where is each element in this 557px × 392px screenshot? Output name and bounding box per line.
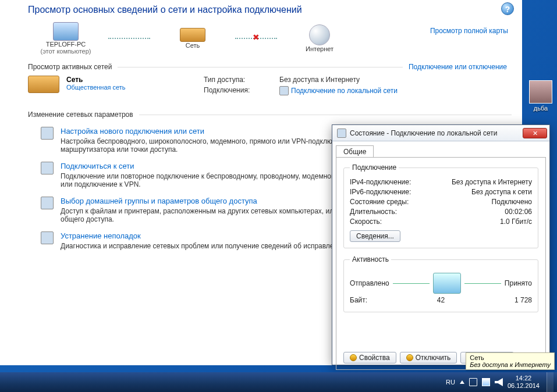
connection-link-label: Подключение по локальной сети (291, 87, 398, 95)
network-map: TEPLOFF-PC (этот компьютер) Сеть Интерне… (28, 22, 512, 55)
task-icon (41, 197, 54, 209)
received-label: Принято (505, 279, 532, 287)
speed-value: 1.0 Гбит/с (500, 218, 532, 226)
ipv6-label: IPv6-подключение: (350, 188, 411, 196)
globe-icon (309, 24, 330, 45)
full-map-link[interactable]: Просмотр полной карты (430, 27, 508, 35)
tray-chevron-icon[interactable] (460, 380, 464, 384)
adapter-icon (337, 129, 346, 138)
page-title: Просмотр основных сведений о сети и наст… (28, 5, 512, 15)
system-tray (460, 378, 503, 386)
network-tray-icon[interactable] (482, 378, 490, 386)
connect-disconnect-link[interactable]: Подключение или отключение (409, 63, 512, 71)
duration-value: 00:02:06 (505, 208, 532, 216)
bytes-received-value: 1 728 (515, 296, 532, 304)
language-indicator[interactable]: RU (441, 379, 460, 386)
tab-strip: Общие (332, 141, 549, 157)
active-networks-heading: Просмотр активных сетей (28, 63, 112, 71)
task-description: Диагностика и исправление сетевых пробле… (61, 242, 347, 250)
help-icon[interactable]: ? (501, 2, 514, 15)
ipv4-label: IPv4-подключение: (350, 178, 411, 186)
details-button[interactable]: Сведения... (350, 230, 400, 242)
map-node-internet-label: Интернет (306, 45, 334, 52)
bench-icon (28, 76, 59, 93)
volume-icon[interactable] (495, 378, 503, 386)
disable-button[interactable]: Отключить (400, 352, 457, 364)
task-title[interactable]: Устранение неполадок (61, 231, 347, 240)
dialog-title: Состояние - Подключение по локальной сет… (350, 129, 498, 137)
change-settings-heading: Изменение сетевых параметров (28, 111, 133, 119)
speed-label: Скорость: (350, 218, 382, 226)
properties-button[interactable]: Свойства (343, 352, 396, 364)
shield-icon (406, 354, 413, 361)
battery-icon[interactable] (469, 378, 477, 386)
desktop-icon[interactable]: дьба (527, 80, 555, 112)
desktop-icon-image (529, 80, 552, 104)
access-type-label: Тип доступа: (204, 76, 279, 84)
task-icon (41, 162, 54, 174)
clock-date: 06.12.2014 (508, 382, 540, 390)
desktop-icon-label: дьба (534, 105, 548, 112)
clock-time: 14:22 (508, 375, 540, 382)
map-node-pc-label: TEPLOFF-PC (46, 41, 86, 48)
dialog-titlebar[interactable]: Состояние - Подключение по локальной сет… (332, 125, 549, 141)
connector-broken-icon (235, 38, 277, 39)
activity-group: Активность Отправлено Принято Байт: 42 1… (343, 255, 538, 312)
show-desktop-button[interactable] (547, 372, 554, 392)
media-state-value: Подключено (492, 198, 532, 206)
shield-icon (350, 354, 357, 361)
bench-icon (180, 28, 205, 42)
active-network-item[interactable]: Сеть Общественная сеть (28, 76, 191, 93)
connection-group-legend: Подключение (350, 163, 399, 172)
connection-group: Подключение IPv4-подключение:Без доступа… (343, 163, 538, 248)
connector-ok-icon (108, 38, 150, 39)
ipv6-value: Без доступа к сети (471, 188, 532, 196)
ipv4-value: Без доступа к Интернету (452, 178, 532, 186)
network-tray-tooltip: Сеть Без доступа к Интернету (466, 352, 555, 370)
tab-general[interactable]: Общие (336, 145, 374, 158)
access-type-value: Без доступа к Интернету (279, 76, 413, 84)
network-name: Сеть (66, 76, 126, 84)
duration-label: Длительность: (350, 208, 397, 216)
computer-icon (53, 22, 79, 41)
network-kind-link[interactable]: Общественная сеть (66, 84, 126, 91)
bytes-sent-value: 42 (367, 296, 515, 304)
task-icon (41, 127, 54, 140)
adapter-icon (279, 86, 289, 95)
taskbar: RU 14:22 06.12.2014 (0, 372, 557, 392)
bytes-label: Байт: (350, 296, 367, 304)
map-node-network-label: Сеть (186, 42, 200, 49)
activity-computer-icon (433, 273, 461, 294)
taskbar-clock[interactable]: 14:22 06.12.2014 (503, 375, 544, 389)
connection-status-dialog: Состояние - Подключение по локальной сет… (332, 124, 550, 365)
tooltip-line1: Сеть (470, 354, 551, 361)
task-icon (41, 231, 54, 244)
activity-group-legend: Активность (350, 255, 391, 263)
map-node-pc[interactable]: TEPLOFF-PC (этот компьютер) (28, 22, 104, 55)
media-state-label: Состояние среды: (350, 198, 409, 206)
map-node-pc-sublabel: (этот компьютер) (40, 48, 91, 55)
sent-label: Отправлено (350, 279, 389, 287)
connections-label: Подключения: (204, 86, 279, 95)
close-button[interactable]: ✕ (523, 128, 547, 138)
connection-link[interactable]: Подключение по локальной сети (279, 86, 413, 95)
tooltip-line2: Без доступа к Интернету (470, 361, 551, 368)
map-node-network[interactable]: Сеть (155, 28, 230, 49)
map-node-internet[interactable]: Интернет (282, 24, 357, 52)
